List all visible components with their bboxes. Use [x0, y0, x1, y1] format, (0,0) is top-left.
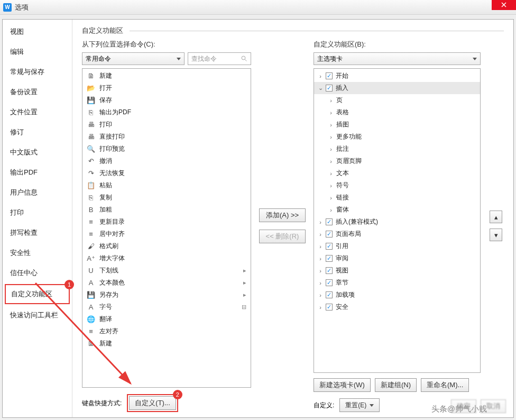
ribbon-tree[interactable]: ›开始⌄插入›页›表格›插图›更多功能›批注›页眉页脚›文本›符号›链接›窗体›…: [314, 68, 481, 373]
checkbox[interactable]: [326, 255, 333, 262]
tree-toggle-icon[interactable]: ›: [317, 219, 324, 225]
command-item[interactable]: 💾保存: [82, 94, 251, 106]
command-item[interactable]: 🖶打印: [82, 118, 251, 131]
tree-toggle-icon[interactable]: ›: [328, 158, 334, 165]
new-tab-button[interactable]: 新建选项卡(W): [314, 378, 371, 392]
checkbox[interactable]: [326, 279, 333, 286]
command-item[interactable]: 🖶直接打印: [82, 131, 251, 143]
tree-toggle-icon[interactable]: ›: [328, 97, 334, 104]
tree-item[interactable]: ›链接: [314, 191, 480, 204]
sidebar-item[interactable]: 备份设置: [3, 82, 72, 102]
tree-toggle-icon[interactable]: ›: [317, 292, 324, 298]
close-button[interactable]: [492, 0, 516, 10]
command-item[interactable]: 🗎新建: [82, 337, 251, 350]
tree-toggle-icon[interactable]: ›: [328, 170, 334, 177]
checkbox[interactable]: [326, 304, 333, 311]
checkbox[interactable]: [326, 243, 333, 250]
sidebar-item[interactable]: 编辑: [3, 42, 72, 62]
command-item[interactable]: ≡居中对齐: [82, 228, 251, 240]
reset-button[interactable]: 重置(E): [339, 398, 380, 412]
remove-button[interactable]: << 删除(R): [259, 230, 306, 243]
tree-item[interactable]: ›文本: [314, 167, 480, 179]
sidebar-item[interactable]: 中文版式: [3, 142, 72, 162]
sidebar-item[interactable]: 信任中心: [3, 263, 72, 283]
new-group-button[interactable]: 新建组(N): [375, 378, 417, 392]
sidebar-item[interactable]: 文件位置: [3, 102, 72, 122]
sidebar-item[interactable]: 视图: [3, 22, 72, 42]
command-item[interactable]: B加粗: [82, 204, 251, 216]
tree-toggle-icon[interactable]: ›: [317, 255, 324, 262]
add-button[interactable]: 添加(A) >>: [259, 208, 306, 222]
checkbox[interactable]: [326, 218, 333, 225]
tree-item[interactable]: ›插入(兼容模式): [314, 216, 480, 228]
ribbon-tabs-dropdown[interactable]: 主选项卡: [314, 52, 481, 65]
tree-item[interactable]: ›页面布局: [314, 228, 480, 240]
tree-item[interactable]: ›章节: [314, 277, 480, 289]
tree-toggle-icon[interactable]: ›: [328, 134, 334, 140]
tree-toggle-icon[interactable]: ›: [328, 146, 334, 152]
tree-toggle-icon[interactable]: ›: [328, 122, 334, 128]
command-item[interactable]: ≡左对齐: [82, 325, 251, 337]
tree-item[interactable]: ›加载项: [314, 289, 480, 301]
checkbox[interactable]: [326, 85, 333, 92]
command-item[interactable]: 🌐翻译: [82, 313, 251, 325]
tree-item[interactable]: ›页眉页脚: [314, 155, 480, 167]
tree-item[interactable]: ⌄插入: [314, 82, 480, 94]
command-item[interactable]: ≡更新目录: [82, 216, 251, 228]
sidebar-item[interactable]: 输出PDF: [3, 162, 72, 182]
command-item[interactable]: U下划线▸: [82, 264, 251, 277]
customize-shortcut-button[interactable]: 自定义(T)...: [129, 396, 176, 410]
tree-toggle-icon[interactable]: ›: [317, 280, 324, 286]
tree-item[interactable]: ›开始: [314, 70, 480, 82]
checkbox[interactable]: [326, 291, 333, 298]
move-up-button[interactable]: ▴: [490, 211, 502, 223]
tree-item[interactable]: ›符号: [314, 179, 480, 191]
tree-item[interactable]: ›审阅: [314, 252, 480, 264]
command-item[interactable]: 📂打开: [82, 82, 251, 94]
tree-toggle-icon[interactable]: ›: [328, 207, 334, 213]
tree-item[interactable]: ›批注: [314, 143, 480, 155]
command-item[interactable]: 🔍打印预览: [82, 143, 251, 155]
tree-item[interactable]: ›窗体: [314, 204, 480, 216]
tree-toggle-icon[interactable]: ›: [317, 243, 324, 250]
tree-toggle-icon[interactable]: ›: [317, 268, 324, 274]
tree-item[interactable]: ›表格: [314, 106, 480, 118]
sidebar-item[interactable]: 安全性: [3, 243, 72, 263]
rename-button[interactable]: 重命名(M)...: [421, 378, 469, 392]
command-item[interactable]: A文本颜色▸: [82, 277, 251, 289]
sidebar-item[interactable]: 打印: [3, 203, 72, 223]
command-item[interactable]: 🗎新建: [82, 70, 251, 82]
command-item[interactable]: 🖌格式刷: [82, 240, 251, 252]
tree-item[interactable]: ›插图: [314, 118, 480, 131]
command-item[interactable]: 📋粘贴: [82, 179, 251, 191]
command-item[interactable]: ⎘输出为PDF: [82, 106, 251, 118]
checkbox[interactable]: [326, 267, 333, 274]
tree-toggle-icon[interactable]: ›: [328, 195, 334, 201]
command-item[interactable]: A字号⊟: [82, 301, 251, 313]
command-item[interactable]: ↶撤消: [82, 155, 251, 167]
sidebar-item[interactable]: 常规与保存: [3, 62, 72, 82]
command-item[interactable]: 💾另存为▸: [82, 289, 251, 301]
tree-toggle-icon[interactable]: ›: [328, 182, 334, 189]
tree-toggle-icon[interactable]: ›: [317, 73, 324, 79]
sidebar-item[interactable]: 快速访问工具栏: [3, 305, 72, 325]
checkbox[interactable]: [326, 231, 333, 238]
tree-toggle-icon[interactable]: ⌄: [317, 85, 324, 92]
search-input[interactable]: 查找命令: [188, 52, 251, 65]
tree-item[interactable]: ›视图: [314, 264, 480, 277]
tree-item[interactable]: ›更多功能: [314, 131, 480, 143]
sidebar-item[interactable]: 用户信息: [3, 182, 72, 203]
commands-listbox[interactable]: 🗎新建📂打开💾保存⎘输出为PDF🖶打印🖶直接打印🔍打印预览↶撤消↷无法恢复📋粘贴…: [82, 68, 251, 388]
checkbox[interactable]: [326, 72, 333, 79]
command-item[interactable]: A⁺增大字体: [82, 252, 251, 264]
command-item[interactable]: ⎘复制: [82, 191, 251, 204]
sidebar-item[interactable]: 拼写检查: [3, 223, 72, 243]
move-down-button[interactable]: ▾: [490, 229, 502, 241]
tree-item[interactable]: ›页: [314, 94, 480, 106]
commands-category-dropdown[interactable]: 常用命令: [82, 52, 185, 65]
tree-toggle-icon[interactable]: ›: [328, 109, 334, 116]
tree-toggle-icon[interactable]: ›: [317, 231, 324, 238]
sidebar-item[interactable]: 修订: [3, 122, 72, 142]
sidebar-item[interactable]: 自定义功能区1: [5, 284, 70, 304]
tree-item[interactable]: ›引用: [314, 240, 480, 252]
